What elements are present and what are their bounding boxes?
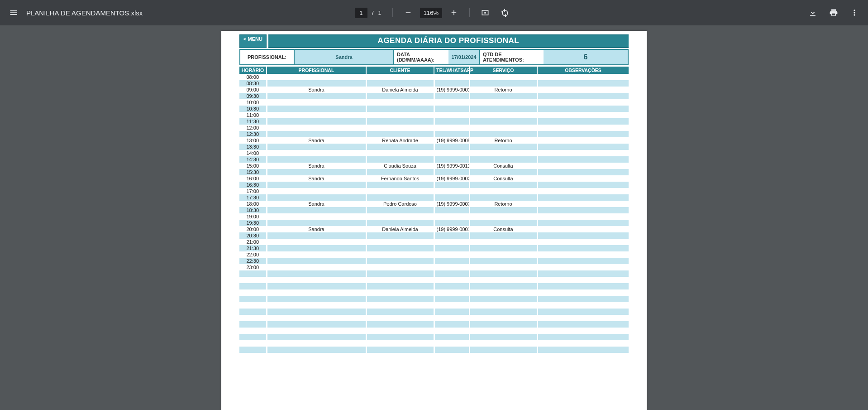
table-row: 14:30 [239, 156, 629, 163]
cell-prof [267, 99, 366, 106]
cell-client: Claudia Souza [366, 163, 434, 169]
cell-tel [434, 328, 469, 334]
cell-service [469, 270, 537, 277]
cell-tel [434, 74, 469, 80]
print-icon[interactable] [825, 5, 842, 21]
cell-obs [537, 182, 629, 188]
page-total: 1 [378, 10, 385, 16]
cell-client [366, 80, 434, 87]
cell-prof [267, 182, 366, 188]
table-row: 09:00SandraDaniela Almeida(19) 9999-0001… [239, 87, 629, 93]
cell-obs [537, 106, 629, 112]
cell-time [239, 347, 267, 353]
table-row [239, 289, 629, 296]
cell-service [469, 245, 537, 251]
pdf-toolbar: PLANILHA DE AGENDAMENTOS.xlsx / 1 116% [0, 0, 868, 25]
cell-service [469, 296, 537, 302]
cell-obs [537, 226, 629, 232]
fit-page-icon[interactable] [477, 5, 493, 21]
table-row: 12:00 [239, 125, 629, 131]
cell-time: 20:00 [239, 226, 267, 232]
cell-client [366, 220, 434, 226]
document-viewport[interactable]: < MENU AGENDA DIÁRIA DO PROFISSIONAL PRO… [0, 25, 868, 410]
page-number-input[interactable] [355, 8, 367, 18]
cell-obs [537, 74, 629, 80]
cell-service [469, 93, 537, 99]
table-row: 13:00SandraRenata Andrade(19) 9999-0005R… [239, 137, 629, 144]
cell-tel [434, 188, 469, 194]
zoom-out-icon[interactable] [400, 5, 416, 21]
cell-service [469, 239, 537, 245]
cell-service [469, 182, 537, 188]
menu-icon[interactable] [5, 5, 22, 21]
cell-service [469, 112, 537, 118]
menu-button[interactable]: < MENU [239, 34, 267, 48]
more-icon[interactable] [846, 5, 863, 21]
table-row: 15:30 [239, 169, 629, 175]
cell-prof [267, 232, 366, 239]
cell-time: 21:00 [239, 239, 267, 245]
cell-client [366, 232, 434, 239]
table-row: 20:00SandraDaniela Almeida(19) 9999-0001… [239, 226, 629, 232]
info-row: PROFISSIONAL: Sandra DATA (DD/MM/AAAA): … [239, 49, 629, 65]
cell-prof: Sandra [267, 137, 366, 144]
col-horario: HORÁRIO [239, 67, 267, 74]
cell-obs [537, 87, 629, 93]
cell-time: 14:30 [239, 156, 267, 163]
cell-service [469, 194, 537, 201]
cell-obs [537, 321, 629, 328]
cell-prof [267, 74, 366, 80]
cell-prof [267, 334, 366, 340]
cell-tel: (19) 9999-0002 [434, 175, 469, 182]
cell-client [366, 302, 434, 309]
table-row [239, 296, 629, 302]
table-row: 16:30 [239, 182, 629, 188]
cell-tel [434, 321, 469, 328]
cell-time: 10:00 [239, 99, 267, 106]
cell-prof [267, 207, 366, 213]
col-observacoes: OBSERVAÇÕES [537, 67, 629, 74]
cell-service [469, 309, 537, 315]
download-icon[interactable] [805, 5, 821, 21]
cell-service [469, 74, 537, 80]
cell-tel [434, 156, 469, 163]
cell-obs [537, 296, 629, 302]
cell-obs [537, 207, 629, 213]
cell-obs [537, 289, 629, 296]
cell-client [366, 347, 434, 353]
table-row: 08:00 [239, 74, 629, 80]
cell-tel [434, 239, 469, 245]
cell-prof [267, 144, 366, 150]
cell-service [469, 144, 537, 150]
cell-tel [434, 296, 469, 302]
cell-client [366, 315, 434, 321]
cell-client [366, 277, 434, 283]
zoom-level[interactable]: 116% [420, 8, 442, 18]
table-row: 21:30 [239, 245, 629, 251]
count-label: QTD DE ATENDIMENTOS: [480, 50, 544, 64]
cell-service [469, 340, 537, 347]
table-row: 14:00 [239, 150, 629, 156]
table-row [239, 347, 629, 353]
cell-service [469, 289, 537, 296]
cell-service [469, 220, 537, 226]
cell-client: Fernando Santos [366, 175, 434, 182]
rotate-icon[interactable] [497, 5, 513, 21]
cell-time: 15:00 [239, 163, 267, 169]
cell-prof [267, 258, 366, 264]
cell-time: 08:30 [239, 80, 267, 87]
cell-prof [267, 213, 366, 220]
cell-prof [267, 220, 366, 226]
cell-obs [537, 239, 629, 245]
cell-service [469, 125, 537, 131]
cell-time: 21:30 [239, 245, 267, 251]
table-row [239, 283, 629, 289]
cell-time [239, 309, 267, 315]
cell-service [469, 207, 537, 213]
cell-prof [267, 309, 366, 315]
zoom-in-icon[interactable] [446, 5, 462, 21]
cell-tel [434, 169, 469, 175]
cell-client [366, 106, 434, 112]
cell-obs [537, 175, 629, 182]
cell-prof: Sandra [267, 163, 366, 169]
